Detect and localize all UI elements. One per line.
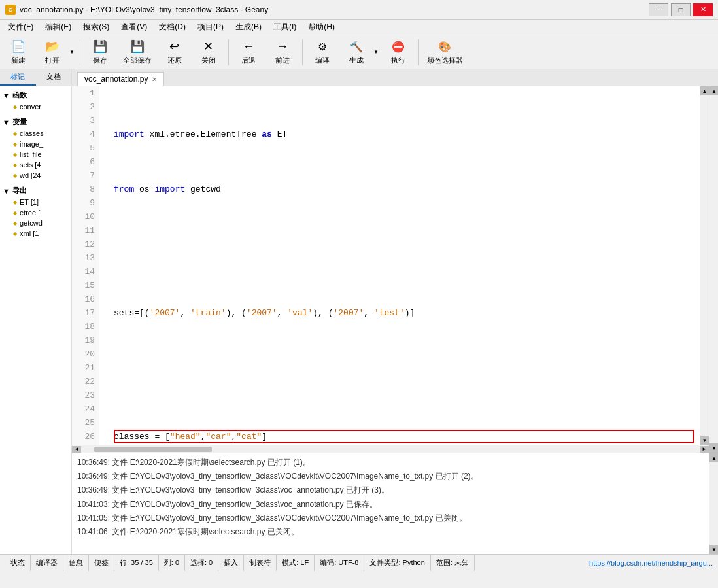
status-state: 状态 — [5, 555, 31, 571]
sidebar-functions-arrow: ▼ — [3, 92, 10, 99]
new-button[interactable]: 📄 新建 — [3, 37, 34, 67]
save-all-label: 全部保存 — [123, 56, 152, 65]
window-controls: ─ □ ✕ — [649, 3, 713, 16]
build-button[interactable]: 🔨 生成 — [341, 37, 372, 67]
close-file-icon: ✕ — [201, 39, 216, 54]
open-icon: 📂 — [44, 39, 60, 54]
sidebar-item-image[interactable]: image_ — [3, 139, 69, 149]
color-picker-button[interactable]: 🎨 颜色选择器 — [422, 37, 468, 67]
toolbar-sep-2 — [228, 39, 229, 65]
status-controlchar: 制表符 — [244, 555, 277, 571]
sidebar-functions-header[interactable]: ▼ 函数 — [3, 89, 69, 101]
sidebar-item-classes[interactable]: classes — [3, 128, 69, 139]
tab-and-sidebar: 标记 文档 voc_annotation.py ✕ — [0, 69, 718, 86]
sidebar-variables-section: ▼ 变量 classes image_ list_file sets [4 wd… — [0, 113, 71, 182]
compile-button[interactable]: ⚙ 编译 — [307, 37, 338, 67]
back-icon: ← — [241, 39, 256, 54]
sidebar-item-listfile[interactable]: list_file — [3, 149, 69, 160]
menu-edit[interactable]: 编辑(E) — [40, 20, 77, 34]
minimize-button[interactable]: ─ — [649, 3, 668, 16]
file-tab-name: voc_annotation.py — [84, 75, 148, 84]
sidebar-item-ET[interactable]: ET [1] — [3, 197, 69, 207]
forward-icon: → — [275, 39, 290, 54]
sidebar-imports-section: ▼ 导出 ET [1] etree [ getcwd xml [1 — [0, 182, 71, 240]
status-link[interactable]: https://blog.csdn.net/friendship_iargu..… — [589, 559, 713, 567]
save-icon: 💾 — [92, 39, 108, 54]
h-scroll-thumb[interactable] — [94, 447, 212, 452]
status-encoding: 编码: UTF-8 — [315, 555, 364, 571]
message-scroll[interactable]: 10:36:49: 文件 E:\2020-2021寒假时期\selectsear… — [72, 453, 709, 554]
color-picker-icon: 🎨 — [437, 39, 453, 54]
toolbar-sep-4 — [418, 39, 419, 65]
menu-tools[interactable]: 工具(I) — [268, 20, 301, 34]
status-insert: 插入 — [218, 555, 244, 571]
close-file-label: 关闭 — [201, 56, 216, 65]
menu-bar: 文件(F) 编辑(E) 搜索(S) 查看(V) 文档(D) 项目(P) 生成(B… — [0, 20, 718, 35]
compile-icon: ⚙ — [315, 39, 330, 54]
sidebar-variables-label: 变量 — [12, 117, 27, 127]
sidebar-item-conver[interactable]: conver — [3, 101, 69, 112]
open-dropdown[interactable]: ▼ — [68, 49, 76, 55]
file-tab-close[interactable]: ✕ — [152, 76, 157, 83]
sidebar-variables-arrow: ▼ — [3, 118, 10, 126]
back-button[interactable]: ← 后退 — [233, 37, 264, 67]
status-shortcut: 便签 — [89, 555, 114, 571]
save-button[interactable]: 💾 保存 — [84, 37, 116, 67]
build-dropdown[interactable]: ▼ — [372, 49, 380, 55]
close-button[interactable]: ✕ — [693, 3, 713, 16]
sidebar-item-getcwd[interactable]: getcwd — [3, 218, 69, 228]
code-line-3 — [105, 237, 694, 265]
center-panel: 12345 678910 1112131415 1617181920 21222… — [72, 86, 709, 554]
file-tab-annotation[interactable]: voc_annotation.py ✕ — [77, 72, 164, 86]
menu-help[interactable]: 帮助(H) — [303, 20, 340, 34]
sidebar: ▼ 函数 conver ▼ 变量 classes image_ — [0, 86, 72, 554]
code-line-6: classes = ["head","car","cat"] — [105, 430, 694, 443]
scrollbar-down[interactable]: ▼ — [700, 436, 709, 445]
sidebar-item-wd[interactable]: wd [24 — [3, 170, 69, 181]
menu-build[interactable]: 生成(B) — [230, 20, 267, 34]
message-scrollbar[interactable]: ▲ ▼ ▲ ▼ — [709, 86, 718, 554]
code-area[interactable]: 12345 678910 1112131415 1617181920 21222… — [72, 86, 709, 453]
h-scroll-left[interactable]: ◄ — [72, 446, 81, 453]
save-all-button[interactable]: 💾 全部保存 — [118, 37, 156, 67]
sidebar-variables-header[interactable]: ▼ 变量 — [3, 116, 69, 128]
status-selection: 选择: 0 — [185, 555, 218, 571]
back-label: 后退 — [241, 56, 256, 65]
sidebar-item-etree[interactable]: etree [ — [3, 207, 69, 218]
menu-search[interactable]: 搜索(S) — [78, 20, 114, 34]
close-file-button[interactable]: ✕ 关闭 — [193, 37, 224, 67]
status-scope: 范围: 未知 — [431, 555, 475, 571]
forward-button[interactable]: → 前进 — [267, 37, 298, 67]
sidebar-tab-marks[interactable]: 标记 — [0, 69, 36, 86]
message-line-5: 10:41:05: 文件 E:\YOLOv3\yolov3_tiny_tenso… — [77, 511, 704, 525]
message-line-4: 10:41:03: 文件 E:\YOLOv3\yolov3_tiny_tenso… — [77, 498, 704, 511]
sidebar-item-sets[interactable]: sets [4 — [3, 160, 69, 170]
sidebar-item-xml[interactable]: xml [1 — [3, 228, 69, 239]
menu-document[interactable]: 文档(D) — [154, 20, 191, 34]
status-bar: 状态 编译器 信息 便签 行: 35 / 35 列: 0 选择: 0 插入 制表… — [0, 554, 718, 571]
compile-label: 编译 — [315, 56, 330, 65]
code-line-2: from os import getcwd — [105, 182, 694, 196]
menu-file[interactable]: 文件(F) — [3, 20, 39, 34]
message-line-3: 10:36:49: 文件 E:\YOLOv3\yolov3_tiny_tenso… — [77, 483, 704, 497]
scrollbar-up[interactable]: ▲ — [700, 86, 709, 95]
sidebar-imports-header[interactable]: ▼ 导出 — [3, 184, 69, 197]
open-label: 打开 — [45, 56, 60, 65]
code-scroll[interactable]: 12345 678910 1112131415 1617181920 21222… — [72, 86, 709, 445]
h-scroll-right[interactable]: ► — [700, 446, 709, 453]
maximize-button[interactable]: □ — [671, 3, 691, 16]
open-button[interactable]: 📂 打开 — [37, 37, 68, 67]
revert-button[interactable]: ↩ 还原 — [159, 37, 190, 67]
menu-view[interactable]: 查看(V) — [116, 20, 152, 34]
status-column: 列: 0 — [159, 555, 185, 571]
vertical-scrollbar[interactable]: ▲ ▼ — [700, 86, 709, 445]
sidebar-functions-items: conver — [3, 101, 69, 112]
code-content[interactable]: import xml.etree.ElementTree as ET from … — [99, 86, 700, 445]
new-icon: 📄 — [10, 39, 26, 54]
execute-button[interactable]: ⛔ 执行 — [383, 37, 414, 67]
status-filetype: 文件类型: Python — [364, 555, 430, 571]
horizontal-scrollbar[interactable]: ◄ ► — [72, 445, 709, 453]
menu-project[interactable]: 项目(P) — [192, 20, 229, 34]
sidebar-tab-docs[interactable]: 文档 — [36, 69, 72, 86]
execute-icon: ⛔ — [390, 39, 406, 54]
